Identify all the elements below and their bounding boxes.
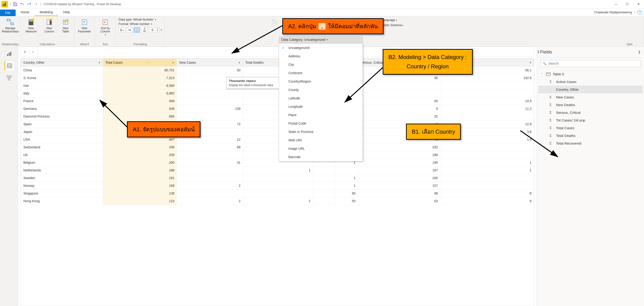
spin-down[interactable]: ▼ xyxy=(156,30,159,32)
table-cell[interactable] xyxy=(440,151,534,159)
table-cell[interactable]: 2 xyxy=(177,197,243,205)
table-cell[interactable]: Hong Kong xyxy=(21,197,103,205)
format-dropdown[interactable]: Format: Whole number xyxy=(118,22,150,26)
manage-relationships-button[interactable]: Manage Relationships xyxy=(2,17,19,34)
field-item[interactable]: ΣTot Cases/ 1M pop xyxy=(538,116,642,124)
field-item[interactable]: ΣTotal Deaths xyxy=(538,132,642,139)
expand-pane-chevron[interactable]: ❯ xyxy=(535,48,542,55)
data-category-item[interactable]: Web URL xyxy=(279,136,362,144)
table-cell[interactable]: 31 xyxy=(177,159,243,167)
table-cell[interactable] xyxy=(177,97,243,105)
table-cell[interactable] xyxy=(336,167,358,174)
currency-button[interactable]: $ ▾ xyxy=(118,27,125,32)
table-cell[interactable]: 160 xyxy=(358,174,440,182)
fields-search[interactable]: 🔍 xyxy=(540,60,641,67)
model-view-button[interactable] xyxy=(4,73,14,83)
table-cell[interactable]: 45 xyxy=(358,97,440,105)
tab-modeling[interactable]: Modeling xyxy=(34,9,58,16)
table-cell[interactable] xyxy=(440,90,534,97)
window-close[interactable]: ✕ xyxy=(633,0,644,8)
table-cell[interactable]: 32 xyxy=(358,113,440,120)
chevron-down-icon[interactable]: ▼ xyxy=(98,61,100,64)
tab-home[interactable]: Home xyxy=(16,9,34,16)
help-icon[interactable]: ? xyxy=(638,10,642,15)
table-row[interactable]: Diamond Princess6967432 xyxy=(21,113,534,120)
table-row[interactable]: Hong Kong1102255536 xyxy=(21,197,534,205)
collapse-fields-chevron[interactable]: ❯ xyxy=(638,50,641,54)
table-cell[interactable]: 138 xyxy=(103,190,177,197)
table-cell[interactable]: 53 xyxy=(358,197,440,205)
table-cell[interactable]: 142.6 xyxy=(440,74,534,82)
table-cell[interactable]: 157 xyxy=(358,182,440,190)
table-cell[interactable] xyxy=(313,167,335,174)
table-row[interactable]: UK209218189 xyxy=(21,151,534,159)
decimal-format-button[interactable]: .0.00 xyxy=(141,26,148,33)
table-cell[interactable]: Iran xyxy=(21,82,103,90)
table-cell[interactable]: Spain xyxy=(21,120,103,128)
table-cell[interactable] xyxy=(358,82,440,90)
save-button[interactable] xyxy=(12,1,18,7)
table-cell[interactable]: 949 xyxy=(103,97,177,105)
table-row[interactable]: Norway15821157 xyxy=(21,182,534,190)
fields-table-node[interactable]: ⌃Table 0 xyxy=(538,70,642,78)
data-type-dropdown[interactable]: Data type: Whole Number xyxy=(118,18,154,21)
fields-search-input[interactable] xyxy=(548,61,638,65)
field-item[interactable]: ΣNew Deaths xyxy=(538,101,642,109)
data-category-dropdown[interactable]: Data Category: Uncategorized▾ xyxy=(279,36,363,43)
percent-button[interactable]: % xyxy=(127,27,133,32)
file-tab[interactable]: File xyxy=(0,9,16,16)
table-cell[interactable]: 336 xyxy=(103,143,177,151)
table-cell[interactable] xyxy=(177,90,243,97)
table-cell[interactable]: France xyxy=(21,97,103,105)
table-cell[interactable] xyxy=(177,151,243,159)
table-cell[interactable]: 6,566 xyxy=(103,82,177,90)
table-cell[interactable]: 158 xyxy=(103,182,177,190)
data-category-item[interactable]: Postal Code xyxy=(279,119,362,128)
thousands-separator-button[interactable]: , xyxy=(134,27,140,32)
column-header[interactable]: Country, Other▼ xyxy=(21,59,103,66)
table-cell[interactable] xyxy=(313,190,335,197)
table-cell[interactable] xyxy=(440,113,534,120)
table-row[interactable]: Netherlands18811871 xyxy=(21,167,534,174)
table-cell[interactable] xyxy=(440,182,534,190)
table-row[interactable]: Sweden1611160 xyxy=(21,174,534,182)
table-cell[interactable]: 68 xyxy=(177,143,243,151)
chevron-down-icon[interactable]: ▼ xyxy=(238,61,240,64)
table-cell[interactable]: Germany xyxy=(21,105,103,113)
table-cell[interactable] xyxy=(313,197,335,205)
data-category-item[interactable]: Barcode xyxy=(279,153,362,161)
table-row[interactable]: Germany9391391911.2 xyxy=(21,105,534,113)
table-cell[interactable]: 5,883 xyxy=(103,90,177,97)
cancel-formula-button[interactable]: ✕ xyxy=(21,47,29,57)
table-cell[interactable]: 187 xyxy=(358,167,440,174)
field-item[interactable]: ΣTotal Cases xyxy=(538,124,642,132)
table-cell[interactable]: Japan xyxy=(21,128,103,136)
table-cell[interactable]: 189 xyxy=(358,151,440,159)
undo-button[interactable] xyxy=(19,1,26,7)
table-cell[interactable] xyxy=(313,182,335,190)
column-header[interactable]: Total Cases↓▼ xyxy=(103,59,177,66)
table-row[interactable]: Singapore13890488 xyxy=(21,190,534,197)
table-cell[interactable]: Singapore xyxy=(21,190,103,197)
table-cell[interactable] xyxy=(243,174,313,182)
table-cell[interactable]: 50 xyxy=(177,66,243,74)
table-cell[interactable]: Belgium xyxy=(21,159,103,167)
table-cell[interactable]: 139 xyxy=(177,105,243,113)
table-cell[interactable]: 939 xyxy=(103,105,177,113)
table-row[interactable]: Italy5,883 xyxy=(21,90,534,97)
data-category-item[interactable]: Place xyxy=(279,111,362,119)
tab-help[interactable]: Help xyxy=(58,9,75,16)
table-cell[interactable] xyxy=(177,167,243,174)
table-cell[interactable]: 2 xyxy=(177,182,243,190)
table-cell[interactable]: 80,701 xyxy=(103,66,177,74)
table-cell[interactable] xyxy=(177,113,243,120)
table-row[interactable]: France9491614514.5 xyxy=(21,97,534,105)
field-item[interactable]: ΣTotal Recovered xyxy=(538,139,642,147)
table-cell[interactable] xyxy=(440,174,534,182)
data-category-item[interactable]: Image URL xyxy=(279,144,362,153)
table-cell[interactable]: Diamond Princess xyxy=(21,113,103,120)
table-cell[interactable] xyxy=(440,82,534,90)
table-cell[interactable]: 161 xyxy=(103,174,177,182)
table-cell[interactable]: Italy xyxy=(21,90,103,97)
data-view-button[interactable] xyxy=(4,61,14,70)
